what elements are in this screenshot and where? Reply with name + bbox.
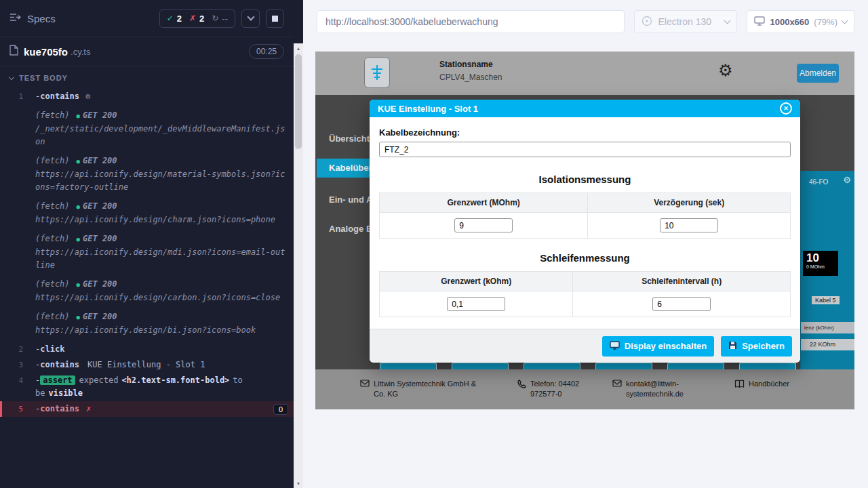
sidebar-item-uebersicht[interactable]: Übersicht xyxy=(329,134,370,144)
verzoegerung-input[interactable] xyxy=(660,218,718,232)
failed-command-row[interactable]: 5 -contains✗0 xyxy=(0,401,294,417)
panel-row: ienz (kOhm) xyxy=(801,322,854,333)
app-footer: Littwin Systemtechnik GmbH & Co. KG Tele… xyxy=(315,369,854,409)
scroll-up-icon[interactable]: ▲ xyxy=(294,43,303,53)
display-on-button[interactable]: Display einschalten xyxy=(602,336,714,357)
isolation-section-title: Isolationsmessung xyxy=(379,174,791,185)
test-body-label: TEST BODY xyxy=(19,74,68,82)
specs-label[interactable]: Specs xyxy=(27,13,56,24)
schleife-section-title: Schleifenmessung xyxy=(379,252,791,264)
fetch-log-row[interactable]: (fetch)●GET 200https://api.iconify.desig… xyxy=(0,199,294,228)
runner-topbar: Electron 130 1000x660 (79%) xyxy=(303,0,868,43)
stop-icon xyxy=(272,16,278,22)
grenzwert-mohm-input[interactable] xyxy=(454,218,513,232)
status-dot-icon: ● xyxy=(77,113,80,119)
display-icon xyxy=(610,341,620,352)
browser-selector[interactable]: Electron 130 xyxy=(634,10,737,33)
status-dot-icon: ● xyxy=(77,203,80,210)
fetch-log-row[interactable]: (fetch)●GET 200https://api.iconify.desig… xyxy=(0,153,294,195)
footer-email[interactable]: kontakt@littwin-systemtechnik.de xyxy=(612,379,683,399)
fail-cross-icon: ✗ xyxy=(86,403,91,415)
reporter-scrollbar[interactable]: ▲ ▼ xyxy=(294,43,303,488)
command-log: 1 -contains⚙ (fetch)●GET 200/_next/stati… xyxy=(0,86,294,424)
specs-menu-icon[interactable] xyxy=(9,12,21,24)
table-cell xyxy=(380,213,588,239)
schleifenintervall-input[interactable] xyxy=(652,297,711,311)
kabel-name-input[interactable] xyxy=(379,142,791,157)
panel-row: 22 KOhm xyxy=(801,339,854,350)
failed-count: ✗2 xyxy=(189,14,204,24)
pending-count: ↻-- xyxy=(212,14,228,24)
column-header: Schleifenintervall (h) xyxy=(573,272,791,291)
modal-title: KUE Einstellung - Slot 1 xyxy=(378,104,478,114)
panel-gear-icon[interactable]: ⚙ xyxy=(843,175,851,185)
command-row[interactable]: 3 -containsKUE Einstellung - Slot 1 xyxy=(0,357,294,373)
status-dot-icon: ● xyxy=(77,236,80,243)
fetch-log-row[interactable]: (fetch)●GET 200/_next/static/development… xyxy=(0,108,294,150)
close-icon[interactable]: ✕ xyxy=(780,102,792,115)
sidebar-item-analoge[interactable]: Analoge Ei xyxy=(329,224,374,234)
modal-footer: Display einschalten Speichern xyxy=(370,329,800,363)
check-icon: ✓ xyxy=(167,14,174,23)
station-value: CPLV4_Maschen xyxy=(439,73,502,82)
logout-button[interactable]: Abmelden xyxy=(797,64,839,83)
test-stats: ✓2 ✗2 ↻-- xyxy=(159,9,235,28)
slot-button[interactable] xyxy=(595,363,652,369)
assert-badge: assert xyxy=(40,375,75,385)
table-cell xyxy=(588,213,791,239)
viewport-selector[interactable]: 1000x660 (79%) xyxy=(747,10,854,33)
book-icon xyxy=(734,379,745,390)
slot-button[interactable] xyxy=(452,363,509,369)
spec-row[interactable]: kue705fo.cy.ts 00:25 xyxy=(0,37,294,66)
grenzwert-kohm-input[interactable] xyxy=(447,297,505,311)
chevron-down-icon xyxy=(9,75,14,80)
save-icon xyxy=(728,341,737,352)
slot-button[interactable] xyxy=(380,363,437,369)
station-label: Stationsname xyxy=(439,60,502,69)
scroll-down-icon[interactable]: ▼ xyxy=(294,479,303,488)
chevron-down-icon xyxy=(247,13,254,20)
column-header: Verzögerung (sek) xyxy=(588,193,791,213)
test-body-section[interactable]: TEST BODY xyxy=(0,66,294,86)
match-count-badge: 0 xyxy=(273,404,288,415)
reporter-header: Specs ✓2 ✗2 ↻-- xyxy=(0,0,294,37)
modal-header: KUE Einstellung - Slot 1 ✕ xyxy=(370,100,800,117)
url-input[interactable] xyxy=(317,10,625,33)
chevron-down-icon xyxy=(842,18,848,24)
station-info: Stationsname CPLV4_Maschen xyxy=(439,60,502,82)
status-dot-icon: ● xyxy=(77,314,80,321)
kabel-status-panel: 46-FO ⚙ 10 0 MOhm Kabel 5 ienz (kOhm) 22… xyxy=(800,171,854,369)
status-dot-icon: ● xyxy=(77,281,80,288)
fetch-log-row[interactable]: (fetch)●GET 200https://api.iconify.desig… xyxy=(0,277,294,306)
kabel-label: Kabel 5 xyxy=(812,296,840,304)
measurement-value: 10 0 MOhm xyxy=(803,251,838,276)
slot-button[interactable] xyxy=(524,363,580,369)
cross-icon: ✗ xyxy=(189,14,196,23)
company-logo xyxy=(364,57,390,88)
chevron-down-icon xyxy=(724,18,731,24)
isolation-table: Grenzwert (MOhm) Verzögerung (sek) xyxy=(379,192,791,239)
phone-icon xyxy=(517,379,526,399)
app-settings-gear-icon[interactable]: ⚙ xyxy=(718,61,733,80)
spec-name: kue705fo xyxy=(24,46,68,58)
assert-row[interactable]: 4 -assertexpected<h2.text-sm.font-bold>t… xyxy=(0,373,294,401)
mail-icon xyxy=(612,379,622,399)
stop-button[interactable] xyxy=(266,9,284,28)
passed-count: ✓2 xyxy=(167,14,182,24)
spec-file-icon xyxy=(9,45,18,58)
footer-phone: Telefon: 04402 972577-0 xyxy=(517,379,600,399)
slot-button[interactable] xyxy=(739,363,796,369)
reporter-panel: Specs ✓2 ✗2 ↻-- kue705fo.cy.ts 00:25 TES… xyxy=(0,0,303,488)
collapse-button[interactable] xyxy=(241,9,260,28)
scrollbar-thumb[interactable] xyxy=(295,54,302,149)
footer-manuals[interactable]: Handbücher xyxy=(734,379,789,390)
fetch-log-row[interactable]: (fetch)●GET 200https://api.iconify.desig… xyxy=(0,309,294,338)
command-row[interactable]: 2 -click xyxy=(0,342,294,357)
command-row[interactable]: 1 -contains⚙ xyxy=(0,89,294,104)
status-dot-icon: ● xyxy=(77,158,80,165)
mail-icon xyxy=(360,379,370,399)
fetch-log-row[interactable]: (fetch)●GET 200https://api.iconify.desig… xyxy=(0,231,294,273)
electron-icon xyxy=(642,16,652,28)
slot-button[interactable] xyxy=(667,363,724,369)
save-button[interactable]: Speichern xyxy=(721,336,792,357)
